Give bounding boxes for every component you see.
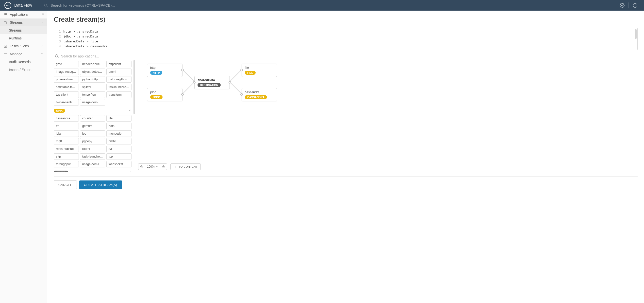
node-title: jdbc	[150, 90, 179, 94]
svg-rect-9	[4, 14, 5, 15]
nav-manage[interactable]: Manage	[0, 50, 47, 58]
line-number: 1	[54, 29, 63, 34]
chevron-double-left-icon	[41, 13, 44, 16]
palette-chip[interactable]: gemfire	[80, 123, 105, 129]
node-shareddata[interactable]: sharedData DESTINATION	[194, 76, 230, 89]
svg-rect-14	[4, 45, 7, 48]
node-cassandra[interactable]: cassandra CASSANDRA	[242, 88, 277, 101]
palette-chip[interactable]: router	[80, 146, 105, 152]
info-button[interactable]	[631, 1, 640, 10]
palette-chip[interactable]: mqtt	[54, 138, 79, 144]
palette-chip[interactable]: usage-cost-proc...	[80, 99, 105, 106]
palette-chip[interactable]: pose-estimation	[54, 76, 79, 83]
settings-button[interactable]	[618, 1, 626, 10]
node-title: file	[245, 66, 274, 70]
main-content: Create stream(s) 1http > :sharedData 2jd…	[47, 11, 644, 303]
palette-chip[interactable]: tensorflow	[80, 92, 105, 98]
palette-chip[interactable]: tcp	[106, 153, 132, 160]
svg-rect-8	[6, 13, 7, 14]
page-title: Create stream(s)	[54, 16, 638, 24]
nav-streams-streams[interactable]: Streams	[0, 26, 47, 34]
nav-label: Tasks / Jobs	[10, 44, 29, 48]
palette-chip[interactable]: task-launcher-d...	[80, 153, 105, 160]
palette-chip[interactable]: scriptable-transf...	[54, 84, 79, 90]
svg-point-0	[44, 4, 47, 6]
palette-chip[interactable]: rabbit	[106, 138, 132, 144]
palette-chip[interactable]: jdbc	[54, 130, 79, 137]
palette-chip[interactable]: grpc	[54, 61, 79, 67]
collapse-sidebar-button[interactable]	[41, 13, 44, 17]
nav-streams-runtime[interactable]: Runtime	[0, 34, 47, 42]
palette-chip[interactable]: counter	[80, 115, 105, 122]
nav-applications[interactable]: Applications	[0, 11, 47, 19]
nav-manage-import-export[interactable]: Import / Export	[0, 66, 47, 74]
palette-chip[interactable]: sftp	[54, 153, 79, 160]
app-title: Data Flow	[14, 3, 32, 8]
sink-badge: SINK	[54, 109, 65, 113]
palette-chip[interactable]: file	[106, 115, 132, 122]
nav-streams[interactable]: Streams	[0, 19, 47, 26]
output-port[interactable]	[181, 69, 184, 71]
node-badge: HTTP	[150, 71, 162, 75]
palette-chip[interactable]: python-jython	[106, 76, 132, 83]
zoom-in-button[interactable]	[160, 164, 167, 170]
palette-chip[interactable]: log	[80, 130, 105, 137]
info-icon	[633, 3, 638, 8]
canvas-area: http HTTP jdbc JDBC sharedData DESTINATI…	[135, 53, 638, 172]
app-header: Data Flow	[0, 0, 644, 11]
palette-chip[interactable]: ftp	[54, 123, 79, 129]
fit-to-content-button[interactable]: FIT TO CONTENT	[170, 163, 201, 170]
global-search[interactable]	[44, 3, 618, 8]
palette-chip[interactable]: websocket	[106, 161, 132, 167]
stream-canvas[interactable]: http HTTP jdbc JDBC sharedData DESTINATI…	[135, 53, 638, 161]
input-port[interactable]	[240, 93, 243, 96]
chevron-right-icon	[41, 44, 44, 48]
global-search-input[interactable]	[50, 3, 149, 8]
editor-scrollbar[interactable]	[635, 29, 636, 39]
palette-chip[interactable]: cassandra	[54, 115, 79, 122]
palette-chip[interactable]: s3	[106, 146, 132, 152]
palette-chip[interactable]: splitter	[80, 84, 105, 90]
nav-manage-audit[interactable]: Audit Records	[0, 58, 47, 66]
output-port[interactable]	[228, 81, 231, 84]
dsl-editor[interactable]: 1http > :sharedData 2jdbc > :sharedData …	[54, 28, 638, 50]
create-stream-button[interactable]: CREATE STREAM(S)	[79, 180, 122, 189]
palette-chip[interactable]: twitter-sentiment	[54, 99, 79, 106]
palette-search[interactable]	[54, 53, 133, 61]
palette-chip[interactable]: redis-pubsub	[54, 146, 79, 152]
zoom-level-dropdown[interactable]: 100%	[145, 165, 160, 168]
palette-search-input[interactable]	[61, 54, 132, 58]
footer-actions: CANCEL CREATE STREAM(S)	[54, 176, 638, 189]
nav-tasks-jobs[interactable]: Tasks / Jobs	[0, 42, 47, 50]
palette-chip[interactable]: hdfs	[106, 123, 132, 129]
edges-layer	[135, 53, 638, 161]
palette-chip[interactable]: image-recogniti...	[54, 69, 79, 75]
zoom-out-button[interactable]	[138, 164, 145, 170]
palette-chip[interactable]: httpclient	[106, 61, 132, 67]
node-file[interactable]: file FILE	[242, 64, 277, 77]
category-sink-header[interactable]: SINK	[54, 109, 132, 113]
input-port[interactable]	[240, 69, 243, 71]
palette-chip[interactable]: python-http	[80, 76, 105, 83]
palette-chip[interactable]: throughput	[54, 161, 79, 167]
input-port[interactable]	[193, 81, 196, 84]
palette-chip[interactable]: header-enricher	[80, 61, 105, 67]
palette-chip[interactable]: object-detection	[80, 69, 105, 75]
palette-chip[interactable]: transform	[106, 92, 132, 98]
palette-chip[interactable]: mongodb	[106, 130, 132, 137]
palette-chip[interactable]: usage-cost-logg...	[80, 161, 105, 167]
cancel-button[interactable]: CANCEL	[54, 180, 77, 189]
divider	[628, 3, 629, 9]
node-badge: FILE	[245, 71, 256, 75]
palette-chip[interactable]: pmml	[106, 69, 132, 75]
output-port[interactable]	[181, 93, 184, 96]
category-other-header[interactable]: OTHER	[54, 170, 132, 172]
svg-point-5	[635, 4, 636, 5]
palette-chip[interactable]: pgcopy	[80, 138, 105, 144]
code-line: jdbc > :sharedData	[63, 34, 98, 39]
palette-chip[interactable]: tcp-client	[54, 92, 79, 98]
palette-chip[interactable]: tasklaunchreque...	[106, 84, 132, 90]
chevron-down-icon	[41, 52, 44, 56]
node-jdbc[interactable]: jdbc JDBC	[147, 88, 182, 101]
node-http[interactable]: http HTTP	[147, 64, 182, 77]
